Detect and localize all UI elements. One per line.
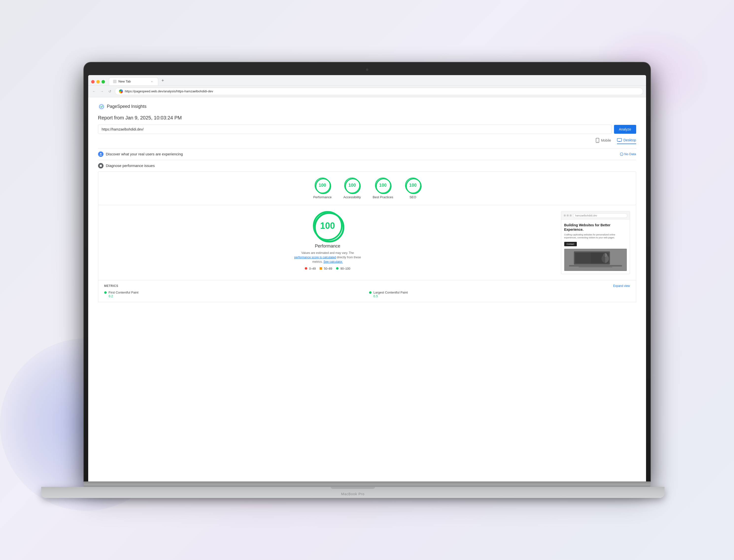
performance-big-ring [312, 210, 346, 245]
score-ring-accessibility [344, 178, 361, 195]
score-label-seo: SEO [410, 195, 416, 199]
pagespeed-title: PageSpeed Insights [107, 104, 147, 109]
website-preview: hamzaelbohdidi.dev Building Websites for… [561, 211, 630, 274]
preview-dot-1 [564, 214, 566, 216]
traffic-light-red[interactable] [91, 80, 95, 83]
tab-close-button[interactable]: × [150, 80, 154, 83]
refresh-button[interactable]: ↺ [107, 88, 113, 94]
traffic-light-green[interactable] [101, 80, 105, 83]
svg-point-12 [345, 179, 360, 194]
camera [366, 68, 369, 71]
pagespeed-content: PageSpeed Insights Report from Jan 9, 20… [88, 97, 646, 481]
desktop-label: Desktop [623, 138, 636, 142]
svg-point-16 [406, 179, 421, 194]
tab-favicon [113, 80, 116, 83]
see-calculator-link[interactable]: See calculator. [323, 260, 343, 264]
preview-dots [564, 214, 572, 216]
preview-website-subtitle: Crafting captivating websites for person… [564, 233, 627, 239]
analyze-button[interactable]: Analyze [614, 125, 636, 134]
legend-item-green: 90–100 [336, 267, 350, 270]
back-button[interactable]: ← [91, 88, 97, 94]
score-seo: 100 SEO [405, 178, 421, 199]
metric-lcp: Largest Contentful Paint 0.5 [369, 291, 630, 298]
preview-url-text: hamzaelbohdidi.dev [575, 214, 597, 217]
svg-point-14 [376, 179, 391, 194]
pagespeed-header: PageSpeed Insights [98, 103, 636, 110]
macbook-base: MacBook Pro [41, 487, 665, 498]
performance-left-panel: 100 Performance Values are estimated and… [104, 211, 551, 274]
metric-details-fcp: First Contentful Paint 0.2 [109, 291, 138, 298]
metrics-label: METRICS [104, 284, 118, 288]
score-ring-performance [314, 178, 332, 195]
camera-bar [88, 67, 646, 73]
svg-rect-23 [579, 266, 612, 267]
no-data-link: i No Data [620, 152, 636, 156]
legend-label-orange: 50–89 [324, 267, 332, 270]
score-circle-best-practices: 100 [375, 178, 391, 193]
chrome-bar: New Tab × + [88, 75, 646, 86]
tab-desktop[interactable]: Desktop [617, 138, 636, 144]
preview-dot-2 [567, 214, 569, 216]
info-icon: i [620, 152, 623, 156]
diagnose-section-header[interactable]: Diagnose performance issues [98, 160, 636, 171]
discover-icon [98, 151, 103, 157]
score-accessibility: 100 Accessibility [343, 178, 361, 199]
svg-rect-26 [591, 253, 605, 264]
score-label-accessibility: Accessibility [343, 195, 361, 199]
no-data-text: No Data [624, 152, 636, 156]
url-input[interactable] [98, 125, 612, 134]
svg-point-18 [315, 213, 343, 242]
mobile-label: Mobile [601, 138, 611, 142]
svg-point-10 [316, 179, 331, 194]
metrics-section: METRICS Expand view First Contentful Pai… [98, 280, 636, 302]
tab-mobile[interactable]: Mobile [596, 138, 611, 144]
address-bar[interactable]: https://pagespeed.web.dev/analysis/https… [115, 88, 643, 95]
legend-dot-green [336, 267, 338, 270]
metric-fcp: First Contentful Paint 0.2 [104, 291, 365, 298]
svg-rect-3 [617, 138, 622, 141]
traffic-light-yellow[interactable] [96, 80, 100, 83]
svg-rect-8 [100, 165, 102, 167]
url-text: https://pagespeed.web.dev/analysis/https… [125, 89, 213, 93]
score-label-performance: Performance [313, 195, 331, 199]
metric-name-fcp: First Contentful Paint [109, 291, 138, 294]
macbook-label: MacBook Pro [341, 492, 364, 496]
legend-label-green: 90–100 [340, 267, 350, 270]
new-tab-button[interactable]: + [159, 77, 166, 84]
legend-dot-red [305, 267, 307, 270]
chrome-tab-active[interactable]: New Tab × [109, 77, 158, 85]
svg-point-5 [100, 153, 101, 154]
discover-section-header[interactable]: Discover what your real users are experi… [98, 148, 636, 160]
legend-item-red: 0–49 [305, 267, 315, 270]
metric-dot-lcp [369, 291, 372, 294]
macbook-bottom [84, 481, 651, 487]
performance-big-circle: 100 [313, 211, 342, 241]
pagespeed-logo-icon [98, 103, 105, 110]
preview-header: hamzaelbohdidi.dev [561, 211, 630, 220]
svg-rect-22 [569, 265, 622, 267]
score-performance: 100 Performance [313, 178, 331, 199]
perf-score-link[interactable]: performance score is calculated [294, 256, 336, 259]
chrome-tabs-row: New Tab × + [91, 77, 643, 85]
macbook-screen: New Tab × + ← → ↺ https://pagespeed.web.… [88, 75, 646, 481]
scores-row: 100 Performance 100 Accessibility [98, 171, 636, 205]
svg-point-2 [597, 142, 598, 142]
desktop-icon [617, 138, 622, 142]
svg-text:i: i [621, 153, 622, 155]
score-best-practices: 100 Best Practices [373, 178, 393, 199]
macbook-wrapper: New Tab × + ← → ↺ https://pagespeed.web.… [84, 62, 651, 498]
performance-description: Values are estimated and may vary. The p… [293, 251, 362, 264]
forward-button[interactable]: → [99, 88, 105, 94]
macbook-hinge [84, 481, 651, 484]
metric-details-lcp: Largest Contentful Paint 0.5 [374, 291, 408, 298]
diagnose-title: Diagnose performance issues [106, 164, 155, 168]
metric-value-fcp: 0.2 [109, 294, 138, 298]
macbook-screen-bezel: New Tab × + ← → ↺ https://pagespeed.web.… [84, 62, 651, 481]
expand-view-button[interactable]: Expand view [613, 284, 630, 288]
report-title: Report from Jan 9, 2025, 10:03:24 PM [98, 115, 636, 121]
discover-title: Discover what your real users are experi… [106, 152, 183, 156]
score-ring-best-practices [375, 178, 392, 195]
metric-value-lcp: 0.5 [374, 294, 408, 298]
metric-name-lcp: Largest Contentful Paint [374, 291, 408, 294]
score-circle-seo: 100 [405, 178, 421, 193]
